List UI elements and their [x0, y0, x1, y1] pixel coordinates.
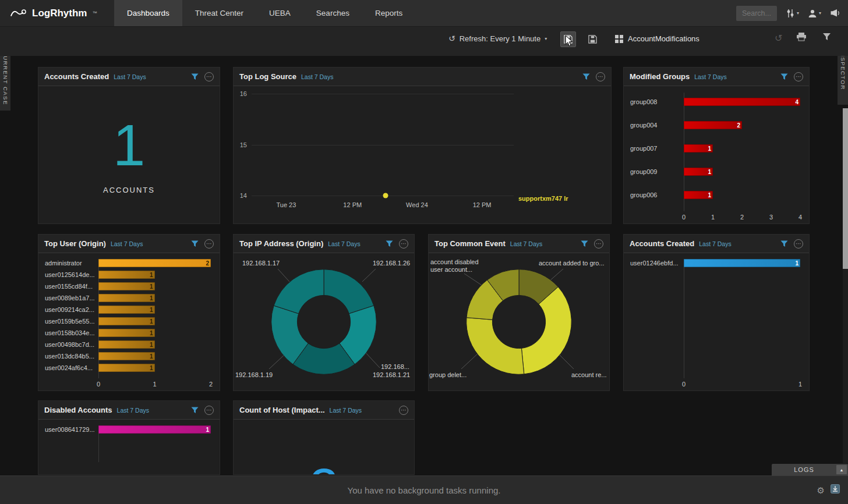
more-options-icon[interactable]: ⋯	[794, 72, 803, 81]
sliders-icon	[786, 9, 795, 18]
bar-category-label: group004	[630, 122, 681, 129]
donut	[268, 267, 379, 377]
x-axis-tick-label: 12 PM	[473, 201, 492, 208]
save-dashboard-button[interactable]	[560, 31, 576, 47]
x-axis: 01234	[684, 214, 800, 222]
bar[interactable]: 2	[684, 121, 742, 129]
tab-dashboards[interactable]: Dashboards	[114, 0, 182, 26]
announcements-button[interactable]	[830, 9, 841, 17]
more-options-icon[interactable]: ⋯	[204, 72, 214, 81]
widget-timerange: Last 7 Days	[117, 407, 149, 414]
preferences-sliders-button[interactable]: ▾	[786, 9, 799, 18]
bar[interactable]: 1	[98, 317, 155, 325]
bar[interactable]: 2	[98, 259, 211, 267]
tab-ueba[interactable]: UEBA	[256, 0, 303, 26]
bar[interactable]: 1	[684, 168, 713, 176]
gear-icon[interactable]: ⚙	[817, 486, 825, 495]
widget-title: Top IP Address (Origin)	[239, 239, 323, 248]
search-input[interactable]	[736, 6, 777, 21]
bar-row: user009214ca2...1	[45, 304, 211, 315]
bar-track: 1	[684, 168, 800, 176]
dashboard-selector[interactable]: AccountModifications	[615, 34, 699, 43]
brand-text: LogRhythm	[32, 8, 87, 19]
filter-icon[interactable]	[780, 240, 788, 247]
filter-icon[interactable]	[191, 73, 199, 80]
filter-icon[interactable]	[581, 240, 588, 247]
bar-row: user0159b5e55...1	[45, 315, 211, 327]
tab-threat-center[interactable]: Threat Center	[182, 0, 256, 26]
bar-category-label: user0155cd84f...	[45, 283, 96, 290]
x-axis: 012	[98, 381, 211, 389]
logrhythm-logo[interactable]: LogRhythm™	[0, 0, 114, 26]
widget-top-user-origin: Top User (Origin) Last 7 Days ⋯ administ…	[38, 234, 220, 391]
widget-count-of-host: Count of Host (Impact... Last 7 Days ⋯ 2	[233, 400, 415, 475]
modified-groups-bar-chart: group0084group0042group0071group0091grou…	[630, 90, 800, 222]
bar[interactable]: 1	[98, 282, 155, 290]
scrollbar-thumb[interactable]	[843, 108, 848, 269]
print-icon[interactable]	[797, 33, 806, 44]
download-logs-icon[interactable]	[831, 484, 840, 496]
bar[interactable]: 1	[98, 271, 155, 279]
widget-disabled-accounts: Disabled Accounts Last 7 Days ⋯ user0086…	[38, 400, 220, 475]
x-axis-tick-label: 12 PM	[343, 201, 362, 208]
donut-slice[interactable]	[467, 318, 524, 375]
tab-searches[interactable]: Searches	[303, 0, 362, 26]
more-options-icon[interactable]: ⋯	[594, 239, 603, 249]
bar[interactable]: 4	[684, 98, 800, 106]
bar[interactable]: 1	[98, 306, 155, 314]
bar-category-label: user0159b5e55...	[45, 318, 96, 325]
refresh-interval-dropdown[interactable]: ↺ Refresh: Every 1 Minute ▾	[448, 34, 547, 43]
bar-track: 1	[98, 329, 211, 337]
more-options-icon[interactable]: ⋯	[204, 406, 214, 415]
bar[interactable]: 1	[98, 352, 155, 360]
donut-slice[interactable]	[324, 269, 374, 314]
bar[interactable]: 1	[684, 259, 800, 267]
bar-row: administrator2	[45, 257, 211, 269]
user-menu-button[interactable]: ▾	[808, 9, 821, 18]
tab-reports[interactable]: Reports	[362, 0, 415, 26]
donut-label: account added to gro...	[539, 260, 605, 267]
donut-slice[interactable]	[521, 287, 571, 374]
widget-title: Top Log Source	[239, 72, 296, 81]
bar[interactable]: 1	[98, 425, 211, 434]
bar-track: 1	[684, 191, 800, 199]
donut-label: 192.168.1.26	[373, 260, 410, 267]
filter-icon[interactable]	[780, 73, 788, 80]
filter-icon[interactable]	[582, 73, 590, 80]
filter-icon[interactable]	[191, 240, 199, 247]
more-options-icon[interactable]: ⋯	[794, 239, 803, 249]
widget-accounts-created-users: Accounts Created Last 7 Days ⋯ user01246…	[623, 234, 810, 391]
big-number-value: 2	[309, 461, 338, 475]
undo-icon[interactable]: ↺	[775, 33, 782, 44]
bar[interactable]: 1	[98, 294, 155, 302]
bar-track: 1	[98, 352, 211, 360]
bar[interactable]: 1	[684, 144, 713, 152]
bar[interactable]: 1	[684, 191, 713, 199]
bar[interactable]: 1	[98, 329, 155, 337]
bar-value-label: 1	[150, 353, 155, 360]
data-point[interactable]	[383, 193, 388, 198]
more-options-icon[interactable]: ⋯	[596, 72, 605, 81]
series-legend[interactable]: supportxm747 lr	[518, 195, 568, 202]
gridline	[252, 94, 514, 94]
more-options-icon[interactable]: ⋯	[204, 239, 214, 249]
global-filter-icon[interactable]	[822, 33, 831, 43]
expand-logs-button[interactable]: ▲	[836, 465, 847, 474]
widget-timerange: Last 7 Days	[330, 407, 362, 414]
bar[interactable]: 1	[98, 340, 155, 349]
bar[interactable]: 1	[98, 364, 155, 372]
bar-row: user00498bc7d...1	[45, 339, 211, 350]
donut-label: account re...	[571, 371, 607, 378]
donut-slice[interactable]	[274, 269, 324, 314]
donut-label: 192.168.1.19	[235, 371, 273, 378]
save-as-button[interactable]	[585, 31, 600, 47]
filter-icon[interactable]	[191, 407, 199, 414]
logs-drawer-tab[interactable]: LOGS ▲	[772, 464, 848, 475]
bar-track: 1	[98, 294, 211, 302]
bar-value-label: 2	[737, 122, 742, 129]
logrhythm-logo-icon	[9, 8, 27, 19]
filter-icon[interactable]	[386, 240, 393, 247]
y-axis-tick-label: 16	[240, 90, 247, 97]
more-options-icon[interactable]: ⋯	[399, 239, 408, 249]
more-options-icon[interactable]: ⋯	[399, 406, 408, 415]
